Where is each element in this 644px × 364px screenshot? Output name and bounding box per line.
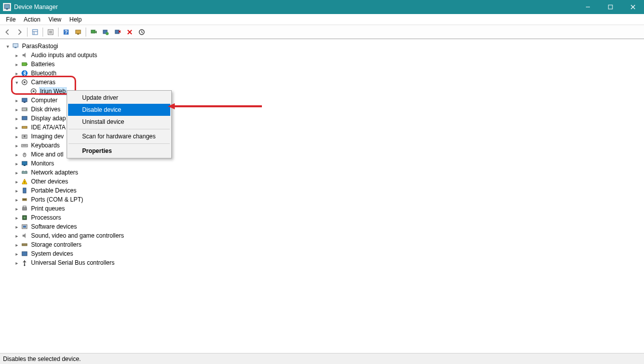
properties-button[interactable] (45, 27, 56, 38)
chevron-right-icon[interactable]: ▸ (13, 124, 20, 131)
uninstall-button[interactable] (124, 27, 135, 38)
menu-view[interactable]: View (45, 15, 66, 24)
help-button[interactable]: ? (61, 27, 72, 38)
disable-device-button[interactable] (112, 27, 123, 38)
tree-item-label: Print queues (30, 205, 66, 212)
tree-item-print-queues[interactable]: ▸ Print queues (4, 204, 644, 213)
chevron-right-icon[interactable]: ▸ (13, 160, 20, 167)
chevron-right-icon[interactable]: ▸ (13, 97, 20, 104)
tree-item-batteries[interactable]: ▸ Batteries (4, 60, 644, 69)
refresh-button[interactable] (136, 27, 147, 38)
tree-item-label: Storage controllers (30, 241, 83, 248)
chevron-right-icon[interactable]: ▸ (13, 187, 20, 194)
svg-point-38 (24, 135, 26, 137)
back-button[interactable] (2, 27, 13, 38)
menu-bar: File Action View Help (0, 14, 644, 25)
chevron-right-icon[interactable]: ▸ (13, 52, 20, 59)
forward-button[interactable] (14, 27, 25, 38)
tree-item-network-adapters[interactable]: ▸ Network adapters (4, 168, 644, 177)
enable-device-button[interactable] (100, 27, 111, 38)
tree-item-label: System devices (30, 250, 74, 257)
chevron-right-icon[interactable]: ▸ (13, 232, 20, 239)
tree-item-label: Cameras (30, 79, 57, 86)
svg-rect-32 (24, 102, 26, 103)
svg-rect-60 (22, 244, 27, 246)
menu-action[interactable]: Action (20, 15, 44, 24)
tree-item-ports[interactable]: ▸ Ports (COM & LPT) (4, 195, 644, 204)
tree-item-software-devices[interactable]: ▸ Software devices (4, 222, 644, 231)
system-icon (21, 250, 29, 258)
chevron-right-icon[interactable]: ▸ (13, 169, 20, 176)
maximize-button[interactable] (599, 0, 621, 14)
tree-item-processors[interactable]: ▸ Processors (4, 213, 644, 222)
svg-rect-17 (91, 30, 95, 33)
device-tree-pane[interactable]: ▾ ParasRastogi ▸ Audio inputs and output… (0, 39, 644, 353)
tree-item-storage-controllers[interactable]: ▸ Storage controllers (4, 240, 644, 249)
battery-icon (21, 60, 29, 68)
chevron-right-icon[interactable]: ▸ (13, 115, 20, 122)
chevron-right-icon[interactable]: ▸ (13, 259, 20, 266)
tree-item-label: Mice and otl (30, 151, 65, 158)
tree-root[interactable]: ▾ ParasRastogi (4, 42, 644, 51)
tree-item-label: IDE ATA/ATA (30, 124, 67, 131)
context-menu: Update driver Disable device Uninstall d… (67, 90, 172, 158)
context-menu-properties[interactable]: Properties (68, 145, 170, 157)
show-hide-tree-button[interactable] (30, 27, 41, 38)
tree-item-label: Batteries (30, 61, 56, 68)
tree-item-other-devices[interactable]: ▸ ! Other devices (4, 177, 644, 186)
chevron-right-icon[interactable]: ▸ (13, 151, 20, 158)
update-driver-button[interactable] (88, 27, 99, 38)
tree-item-monitors[interactable]: ▸ Monitors (4, 159, 644, 168)
tree-item-bluetooth[interactable]: ▸ Bluetooth (4, 69, 644, 78)
status-bar: Disables the selected device. (0, 353, 644, 364)
context-menu-disable-device[interactable]: Disable device (68, 104, 170, 116)
tree-item-label: Portable Devices (30, 187, 78, 194)
chevron-right-icon[interactable]: ▸ (13, 106, 20, 113)
tree-item-label: Display adap (30, 115, 67, 122)
svg-rect-55 (23, 206, 26, 208)
status-text: Disables the selected device. (3, 355, 81, 362)
camera-icon (30, 87, 38, 95)
app-icon (3, 3, 11, 11)
svg-text:!: ! (24, 180, 25, 185)
context-menu-separator (69, 129, 170, 129)
chevron-right-icon[interactable]: ▸ (13, 223, 20, 230)
svg-rect-0 (5, 5, 10, 9)
svg-rect-36 (22, 126, 27, 128)
svg-rect-25 (27, 64, 28, 65)
tree-item-portable-devices[interactable]: ▸ Portable Devices (4, 186, 644, 195)
chevron-right-icon[interactable]: ▸ (13, 70, 20, 77)
chevron-right-icon[interactable]: ▸ (13, 133, 20, 140)
context-menu-update-driver[interactable]: Update driver (68, 92, 170, 104)
chevron-down-icon[interactable]: ▾ (4, 43, 11, 50)
chevron-right-icon[interactable]: ▸ (13, 178, 20, 185)
chevron-down-icon[interactable]: ▾ (13, 79, 20, 86)
bluetooth-icon (21, 69, 29, 77)
chevron-right-icon[interactable]: ▸ (13, 142, 20, 149)
menu-help[interactable]: Help (66, 15, 86, 24)
chevron-right-icon[interactable]: ▸ (13, 61, 20, 68)
tree-item-usb-controllers[interactable]: ▸ Universal Serial Bus controllers (4, 258, 644, 267)
audio-icon (21, 51, 29, 59)
context-menu-uninstall-device[interactable]: Uninstall device (68, 116, 170, 128)
svg-point-52 (24, 199, 25, 200)
chevron-right-icon[interactable]: ▸ (13, 205, 20, 212)
chevron-right-icon[interactable]: ▸ (13, 250, 20, 257)
tree-item-cameras[interactable]: ▾ Cameras (4, 78, 644, 87)
tree-item-sound-video-game[interactable]: ▸ Sound, video and game controllers (4, 231, 644, 240)
chevron-right-icon[interactable]: ▸ (13, 214, 20, 221)
tree-item-system-devices[interactable]: ▸ System devices (4, 249, 644, 258)
context-menu-scan-hardware[interactable]: Scan for hardware changes (68, 130, 170, 142)
tree-item-label: Keyboards (30, 142, 61, 149)
close-button[interactable] (621, 0, 644, 14)
menu-file[interactable]: File (2, 15, 20, 24)
chevron-right-icon[interactable]: ▸ (13, 196, 20, 203)
minimize-button[interactable] (576, 0, 599, 14)
svg-rect-57 (24, 217, 26, 219)
tree-item-audio[interactable]: ▸ Audio inputs and outputs (4, 51, 644, 60)
computer-icon (21, 96, 29, 104)
ide-icon (21, 123, 29, 131)
chevron-right-icon[interactable]: ▸ (13, 241, 20, 248)
scan-hardware-button[interactable] (73, 27, 84, 38)
svg-rect-1 (6, 9, 8, 10)
